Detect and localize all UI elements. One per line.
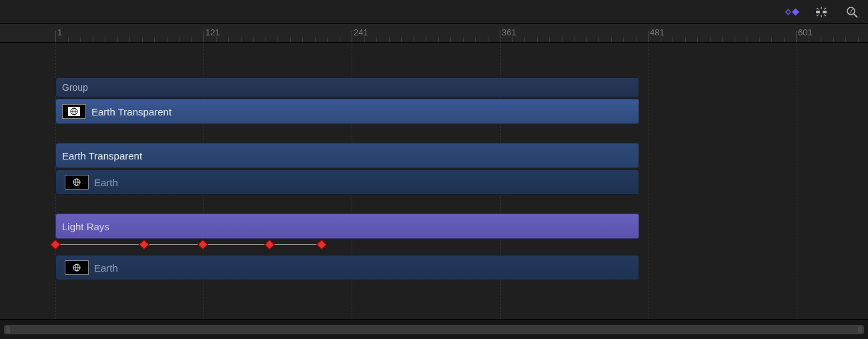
ruler-minor-tick — [315, 37, 316, 42]
keyframe-marker[interactable] — [197, 240, 208, 250]
ruler-minor-tick — [364, 37, 365, 42]
ruler-minor-tick — [426, 37, 426, 42]
clip-label: Earth — [94, 177, 118, 188]
ruler-minor-tick — [549, 37, 550, 42]
ruler-label: 601 — [798, 27, 813, 37]
ruler-minor-tick — [290, 37, 291, 42]
ruler-minor-tick — [414, 37, 414, 42]
ruler-minor-tick — [858, 37, 859, 42]
svg-line-7 — [824, 15, 826, 16]
ruler-minor-tick — [117, 37, 118, 42]
clip-thumbnail — [65, 175, 89, 190]
ruler-minor-tick — [747, 37, 747, 42]
clip-label: Earth Transparent — [91, 106, 171, 117]
timeline-clip[interactable]: Earth — [55, 170, 639, 195]
keyframe-row[interactable] — [55, 240, 639, 250]
ruler-minor-tick — [673, 37, 673, 42]
ruler-minor-tick — [105, 37, 105, 42]
timeline-clip[interactable]: Light Rays — [55, 214, 639, 239]
ruler-minor-tick — [340, 37, 340, 42]
ruler-minor-tick — [142, 37, 143, 42]
ruler-minor-tick — [401, 37, 402, 42]
keyframe-tool-icon[interactable] — [781, 3, 800, 21]
ruler-minor-tick — [574, 37, 574, 42]
ruler-minor-tick — [154, 37, 155, 42]
ruler-minor-tick — [80, 37, 81, 42]
ruler-minor-tick — [179, 37, 179, 42]
ruler-minor-tick — [241, 37, 242, 42]
ruler-minor-tick — [710, 37, 711, 42]
ruler-minor-tick — [93, 37, 93, 42]
ruler-minor-tick — [623, 37, 624, 42]
clip-label: Earth Transparent — [62, 150, 142, 161]
svg-rect-0 — [816, 11, 820, 13]
grid-line — [648, 43, 649, 319]
ruler-label: 361 — [502, 27, 516, 37]
keyframe-line — [55, 244, 322, 245]
timeline-toolbar — [0, 0, 868, 24]
timeline-clip[interactable]: Earth Transparent — [55, 143, 639, 168]
ruler-minor-tick — [661, 37, 661, 42]
timeline-ruler[interactable]: 1121241361481601 — [0, 24, 868, 43]
ruler-minor-tick — [376, 37, 377, 42]
clip-label: Earth — [94, 262, 118, 274]
ruler-minor-tick — [845, 37, 846, 42]
ruler-minor-tick — [784, 37, 785, 42]
svg-line-9 — [854, 14, 857, 17]
ruler-minor-tick — [759, 37, 760, 42]
keyframe-marker[interactable] — [50, 240, 61, 250]
ruler-label: 241 — [354, 27, 368, 37]
grid-line — [797, 43, 797, 319]
render-icon[interactable] — [812, 3, 831, 21]
svg-line-6 — [817, 15, 819, 16]
keyframe-marker[interactable] — [316, 240, 327, 250]
ruler-minor-tick — [327, 37, 328, 42]
ruler-minor-tick — [735, 37, 735, 42]
keyframe-marker[interactable] — [264, 240, 275, 250]
ruler-minor-tick — [685, 37, 686, 42]
ruler-minor-tick — [438, 37, 439, 42]
ruler-minor-tick — [821, 37, 821, 42]
ruler-minor-tick — [833, 37, 834, 42]
timeline-clip[interactable]: Group — [55, 77, 639, 97]
keyframe-marker[interactable] — [139, 240, 149, 250]
ruler-minor-tick — [636, 37, 636, 42]
ruler-minor-tick — [586, 37, 587, 42]
ruler-minor-tick — [488, 37, 488, 42]
ruler-minor-tick — [302, 37, 303, 42]
clip-thumbnail — [62, 104, 86, 119]
zoom-icon[interactable] — [843, 3, 861, 21]
svg-line-5 — [824, 8, 826, 9]
clip-label: Light Rays — [62, 221, 109, 232]
svg-rect-1 — [823, 11, 827, 13]
ruler-minor-tick — [253, 37, 254, 42]
ruler-label: 1 — [57, 27, 62, 37]
ruler-minor-tick — [167, 37, 167, 42]
ruler-minor-tick — [450, 37, 451, 42]
ruler-minor-tick — [611, 37, 612, 42]
ruler-minor-tick — [266, 37, 266, 42]
ruler-label: 121 — [205, 27, 220, 37]
ruler-minor-tick — [771, 37, 772, 42]
timeline-scrollbar[interactable] — [0, 319, 868, 339]
ruler-minor-tick — [475, 37, 476, 42]
clip-thumbnail — [65, 260, 89, 275]
timeline-clip[interactable]: Earth Transparent — [55, 99, 639, 124]
svg-line-4 — [817, 8, 819, 9]
ruler-minor-tick — [68, 37, 69, 42]
timeline-tracks-area[interactable]: GroupEarth TransparentEarth TransparentE… — [0, 43, 868, 319]
ruler-minor-tick — [598, 37, 599, 42]
ruler-minor-tick — [389, 37, 390, 42]
timeline-clip[interactable]: Earth — [55, 255, 639, 280]
ruler-minor-tick — [278, 37, 278, 42]
ruler-minor-tick — [697, 37, 698, 42]
ruler-minor-tick — [537, 37, 538, 42]
ruler-minor-tick — [228, 37, 229, 42]
clip-label: Group — [62, 82, 88, 93]
ruler-minor-tick — [512, 37, 513, 42]
ruler-minor-tick — [216, 37, 217, 42]
ruler-minor-tick — [562, 37, 562, 42]
ruler-minor-tick — [463, 37, 464, 42]
scroll-thumb[interactable] — [4, 325, 864, 334]
ruler-minor-tick — [524, 37, 525, 42]
